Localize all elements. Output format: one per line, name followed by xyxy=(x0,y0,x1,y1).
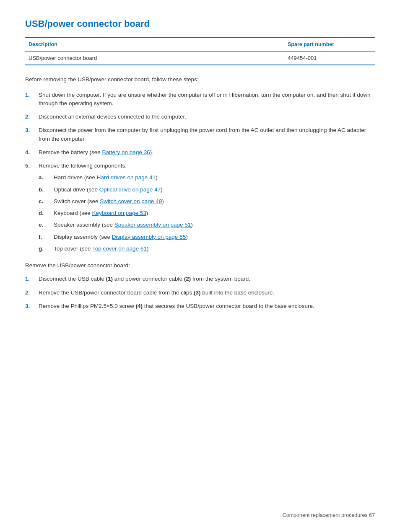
sub-d-text: Keyboard (see Keyboard on page 53) xyxy=(54,209,375,217)
display-assembly-link[interactable]: Display assembly on page 55 xyxy=(112,234,186,240)
rs1-bold1: (1) xyxy=(106,276,113,282)
rs2-text-before: Remove the USB/power connector board cab… xyxy=(39,289,194,296)
sub-a-text: Hard drives (see Hard drives on page 41) xyxy=(54,173,375,182)
hard-drives-link[interactable]: Hard drives on page 41 xyxy=(97,174,156,181)
step-1-num: 1. xyxy=(25,91,39,99)
sub-f-text: Display assembly (see Display assembly o… xyxy=(54,233,375,241)
rs1-bold2: (2) xyxy=(184,276,191,282)
step-4-text-before: Remove the battery (see xyxy=(39,149,102,155)
remove-step-2-num: 2. xyxy=(25,289,39,297)
speaker-assembly-link[interactable]: Speaker assembly on page 51 xyxy=(114,222,191,228)
sub-step-b: b. Optical drive (see Optical drive on p… xyxy=(39,186,375,194)
rs3-bold1: (4) xyxy=(135,303,143,309)
sub-b-text: Optical drive (see Optical drive on page… xyxy=(54,186,375,194)
remove-step-3: 3. Remove the Phillips PM2.5×5.0 screw (… xyxy=(25,302,375,310)
keyboard-link[interactable]: Keyboard on page 53 xyxy=(92,210,146,216)
step-4-text: Remove the battery (see Battery on page … xyxy=(39,148,375,157)
sub-step-f: f. Display assembly (see Display assembl… xyxy=(39,233,375,241)
step-2: 2. Disconnect all external devices conne… xyxy=(25,113,375,121)
sub-g-text: Top cover (see Top cover on page 61) xyxy=(54,245,375,253)
remove-step-3-content: Remove the Phillips PM2.5×5.0 screw (4) … xyxy=(39,302,375,310)
sub-step-d: d. Keyboard (see Keyboard on page 53) xyxy=(39,209,375,217)
remove-section-title: Remove the USB/power connector board: xyxy=(25,261,375,270)
sub-step-g: g. Top cover (see Top cover on page 61) xyxy=(39,245,375,253)
sub-c-text: Switch cover (see Switch cover on page 4… xyxy=(54,197,375,206)
step-2-text: Disconnect all external devices connecte… xyxy=(39,113,375,121)
steps-list: 1. Shut down the computer. If you are un… xyxy=(25,91,375,257)
rs3-text-before: Remove the Phillips PM2.5×5.0 screw xyxy=(39,303,135,309)
row-spare-number: 449454-001 xyxy=(288,54,371,62)
battery-link[interactable]: Battery on page 36 xyxy=(102,149,150,155)
rs1-text-before: Disconnect the USB cable xyxy=(39,276,106,282)
optical-drive-link[interactable]: Optical drive on page 47 xyxy=(99,186,161,193)
step-1: 1. Shut down the computer. If you are un… xyxy=(25,91,375,108)
step-4: 4. Remove the battery (see Battery on pa… xyxy=(25,148,375,157)
sub-d-label: d. xyxy=(39,209,54,217)
col-header-spare: Spare part number xyxy=(288,41,371,49)
rs1-text-after: from the system board. xyxy=(191,276,250,282)
rs2-text-after: built into the base enclosure. xyxy=(200,289,274,296)
remove-step-2-content: Remove the USB/power connector board cab… xyxy=(39,289,375,297)
step-5-content: Remove the following components: a. Hard… xyxy=(39,162,375,256)
step-4-text-after: ). xyxy=(150,149,153,155)
step-3-num: 3. xyxy=(25,126,39,134)
sub-step-a: a. Hard drives (see Hard drives on page … xyxy=(39,173,375,182)
col-header-description: Description xyxy=(29,41,288,49)
step-5-text: Remove the following components: xyxy=(39,163,127,169)
table-row: USB/power connector board 449454-001 xyxy=(25,52,375,66)
sub-e-label: e. xyxy=(39,221,54,229)
intro-text: Before removing the USB/power connector … xyxy=(25,75,375,84)
rs1-text-mid: and power connector cable xyxy=(113,276,184,282)
step-3: 3. Disconnect the power from the compute… xyxy=(25,126,375,143)
sub-a-label: a. xyxy=(39,173,54,182)
sub-c-label: c. xyxy=(39,197,54,206)
step-3-text: Disconnect the power from the computer b… xyxy=(39,126,375,143)
sub-g-label: g. xyxy=(39,245,54,253)
sub-step-e: e. Speaker assembly (see Speaker assembl… xyxy=(39,221,375,229)
step-2-num: 2. xyxy=(25,113,39,121)
sub-f-label: f. xyxy=(39,233,54,241)
step-4-num: 4. xyxy=(25,148,39,157)
switch-cover-link[interactable]: Switch cover on page 49 xyxy=(100,198,162,204)
remove-step-1-num: 1. xyxy=(25,275,39,283)
top-cover-link[interactable]: Top cover on page 61 xyxy=(92,245,147,252)
rs3-text-after: that secures the USB/power connector boa… xyxy=(143,303,314,309)
sub-step-c: c. Switch cover (see Switch cover on pag… xyxy=(39,197,375,206)
remove-steps-list: 1. Disconnect the USB cable (1) and powe… xyxy=(25,275,375,310)
sub-e-text: Speaker assembly (see Speaker assembly o… xyxy=(54,221,375,229)
remove-step-3-num: 3. xyxy=(25,302,39,310)
page-title: USB/power connector board xyxy=(25,17,375,31)
remove-step-2: 2. Remove the USB/power connector board … xyxy=(25,289,375,297)
sub-b-label: b. xyxy=(39,186,54,194)
rs2-bold1: (3) xyxy=(194,289,201,296)
remove-step-1-content: Disconnect the USB cable (1) and power c… xyxy=(39,275,375,283)
step-5-num: 5. xyxy=(25,162,39,170)
sub-steps-list: a. Hard drives (see Hard drives on page … xyxy=(39,173,375,253)
step-5: 5. Remove the following components: a. H… xyxy=(25,162,375,256)
row-description: USB/power connector board xyxy=(29,54,288,62)
remove-step-1: 1. Disconnect the USB cable (1) and powe… xyxy=(25,275,375,283)
parts-table: Description Spare part number USB/power … xyxy=(25,37,375,65)
step-1-text: Shut down the computer. If you are unsur… xyxy=(39,91,375,108)
table-header: Description Spare part number xyxy=(25,37,375,52)
